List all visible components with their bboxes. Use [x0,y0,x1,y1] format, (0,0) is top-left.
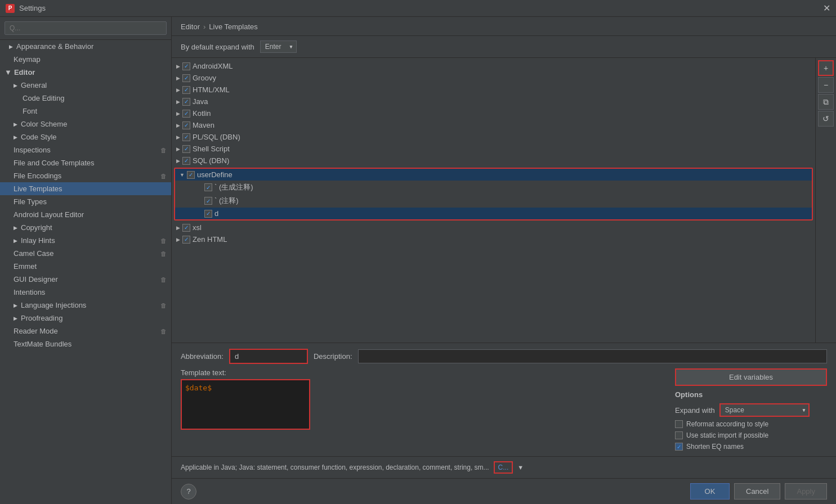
sidebar-item-inspections[interactable]: Inspections 🗑 [0,143,171,156]
group-arrow: ▶ [176,225,180,231]
expand-with-select[interactable]: Space Tab Enter Default (Enter) [719,403,810,417]
template-group-zenhtml[interactable]: ▶ ✓ Zen HTML [172,233,815,245]
sidebar-item-general[interactable]: ▶ General [0,79,171,92]
help-button[interactable]: ? [181,484,196,500]
static-import-checkbox[interactable] [675,431,683,439]
app-icon: P [6,4,15,13]
template-group-plsql[interactable]: ▶ ✓ PL/SQL (DBN) [172,131,815,143]
item-checkbox[interactable]: ✓ [204,210,212,218]
group-label: userDefine [197,170,233,179]
group-checkbox[interactable]: ✓ [182,157,190,165]
sidebar-item-font[interactable]: Font [0,105,171,118]
reset-template-button[interactable]: ↺ [818,111,834,127]
item-checkbox[interactable]: ✓ [204,197,212,205]
sidebar-item-proofreading[interactable]: ▶ Proofreading [0,312,171,325]
userdefine-highlighted-group: ▼ ✓ userDefine ✓ ` (生成注释) ✓ ` (注释) ✓ d [174,168,813,220]
close-button[interactable]: ✕ [823,3,830,14]
sidebar-item-language-injections[interactable]: ▶ Language Injections 🗑 [0,299,171,312]
group-arrow: ▶ [176,123,180,128]
copy-template-button[interactable]: ⧉ [818,94,834,110]
sidebar-item-copyright[interactable]: ▶ Copyright [0,221,171,234]
shorten-eq-checkbox[interactable]: ✓ [675,443,683,451]
template-group-androidxml[interactable]: ▶ ✓ AndroidXML [172,60,815,72]
sidebar-item-label: Editor [14,68,35,76]
sidebar-item-textmate-bundles[interactable]: TextMate Bundles [0,338,171,350]
search-input[interactable] [5,21,167,35]
sidebar-item-emmet[interactable]: Emmet [0,260,171,273]
list-actions: + − ⧉ ↺ [815,58,836,343]
sidebar-item-appearance[interactable]: ▶ Appearance & Behavior [0,40,171,53]
group-arrow: ▶ [176,237,180,242]
sidebar-item-intentions[interactable]: Intentions [0,286,171,299]
template-group-htmlxml[interactable]: ▶ ✓ HTML/XML [172,84,815,96]
sidebar-item-reader-mode[interactable]: Reader Mode 🗑 [0,325,171,338]
sidebar-item-label: Language Injections [21,301,86,309]
group-checkbox[interactable]: ✓ [187,171,195,179]
template-group-kotlin[interactable]: ▶ ✓ Kotlin [172,107,815,119]
sidebar-item-inlay-hints[interactable]: ▶ Inlay Hints 🗑 [0,234,171,247]
sidebar-item-gui-designer[interactable]: GUI Designer 🗑 [0,273,171,286]
applicable-link[interactable]: C... [494,461,513,474]
delete-icon: 🗑 [160,302,167,309]
expand-arrow: ▶ [14,316,17,321]
template-item-generate-comment[interactable]: ✓ ` (生成注释) [175,181,812,194]
delete-icon: 🗑 [160,276,167,283]
group-checkbox[interactable]: ✓ [182,74,190,82]
expand-arrow: ▶ [14,134,17,140]
add-template-button[interactable]: + [818,60,834,76]
group-checkbox[interactable]: ✓ [182,122,190,129]
template-group-userdefine[interactable]: ▼ ✓ userDefine [175,169,812,181]
group-arrow: ▶ [176,75,180,81]
template-group-sqldbn[interactable]: ▶ ✓ SQL (DBN) [172,155,815,166]
sidebar-item-code-style[interactable]: ▶ Code Style [0,130,171,143]
template-group-java[interactable]: ▶ ✓ Java [172,96,815,107]
abbreviation-input[interactable] [229,349,308,364]
template-text-input[interactable]: $date$ [181,379,310,430]
template-group-xsl[interactable]: ▶ ✓ xsl [172,222,815,233]
abbreviation-label: Abbreviation: [181,352,223,361]
detail-left: Template text: $date$ [181,368,666,431]
group-label: Groovy [193,74,216,82]
sidebar-item-color-scheme[interactable]: ▶ Color Scheme [0,118,171,130]
content-panel: Editor › Live Templates By default expan… [172,17,836,504]
delete-icon: 🗑 [160,328,167,335]
group-checkbox[interactable]: ✓ [182,236,190,244]
group-label: Zen HTML [193,235,227,244]
cancel-button[interactable]: Cancel [734,483,780,500]
apply-button[interactable]: Apply [785,483,827,500]
template-group-maven[interactable]: ▶ ✓ Maven [172,119,815,131]
expand-with-row: Expand with Space Tab Enter Default (Ent… [675,403,827,417]
sidebar-item-editor[interactable]: ▼ Editor [0,66,171,79]
ok-button[interactable]: OK [690,483,730,500]
sidebar-item-label: File and Code Templates [14,159,95,167]
sidebar-item-camel-case[interactable]: Camel Case 🗑 [0,247,171,260]
group-checkbox[interactable]: ✓ [182,224,190,232]
sidebar-item-code-editing[interactable]: Code Editing [0,92,171,105]
group-checkbox[interactable]: ✓ [182,62,190,70]
remove-template-button[interactable]: − [818,77,834,93]
group-checkbox[interactable]: ✓ [182,86,190,94]
sidebar-item-keymap[interactable]: Keymap [0,53,171,66]
sidebar-item-live-templates[interactable]: Live Templates [0,182,171,195]
group-checkbox[interactable]: ✓ [182,98,190,106]
template-item-comment[interactable]: ✓ ` (注释) [175,194,812,208]
sidebar: ▶ Appearance & Behavior Keymap ▼ Editor … [0,17,172,504]
template-group-groovy[interactable]: ▶ ✓ Groovy [172,72,815,84]
content-toolbar: By default expand with Enter Tab Space ▼ [172,36,836,58]
expand-with-select[interactable]: Enter Tab Space [260,40,297,53]
sidebar-item-file-types[interactable]: File Types [0,195,171,208]
item-label: d [214,209,218,218]
group-label: Kotlin [193,109,211,118]
edit-variables-button[interactable]: Edit variables [675,368,827,386]
sidebar-item-file-encodings[interactable]: File Encodings 🗑 [0,169,171,182]
template-item-d[interactable]: ✓ d [175,208,812,219]
item-checkbox[interactable]: ✓ [204,183,212,191]
description-input[interactable] [358,349,827,363]
group-checkbox[interactable]: ✓ [182,110,190,118]
group-checkbox[interactable]: ✓ [182,145,190,153]
reformat-checkbox[interactable] [675,420,683,428]
template-group-shellscript[interactable]: ▶ ✓ Shell Script [172,143,815,155]
sidebar-item-android-layout-editor[interactable]: Android Layout Editor [0,208,171,221]
sidebar-item-file-code-templates[interactable]: File and Code Templates [0,156,171,169]
group-checkbox[interactable]: ✓ [182,133,190,141]
